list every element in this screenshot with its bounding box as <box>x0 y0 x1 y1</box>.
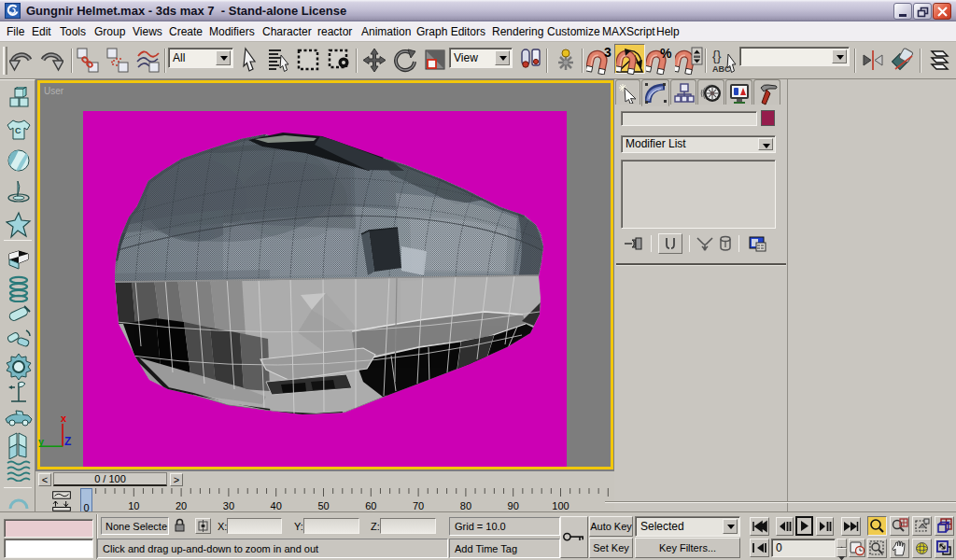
svg-text:{}: {} <box>712 49 722 63</box>
svg-text:%: % <box>660 46 672 61</box>
svg-text:3: 3 <box>604 46 612 60</box>
svg-text:30: 30 <box>223 500 234 511</box>
svg-text:70: 70 <box>413 500 424 511</box>
svg-text:x: x <box>61 413 67 424</box>
svg-text:50: 50 <box>317 500 329 511</box>
svg-text:60: 60 <box>365 500 376 511</box>
svg-text:10: 10 <box>128 500 139 511</box>
svg-text:90: 90 <box>508 500 519 511</box>
svg-text:C: C <box>15 126 21 135</box>
svg-text:Z: Z <box>64 435 71 448</box>
svg-text:20: 20 <box>176 500 187 511</box>
svg-text:y: y <box>38 436 45 447</box>
svg-text:40: 40 <box>271 500 282 511</box>
svg-text:80: 80 <box>460 500 471 511</box>
svg-text:100: 100 <box>552 500 569 511</box>
